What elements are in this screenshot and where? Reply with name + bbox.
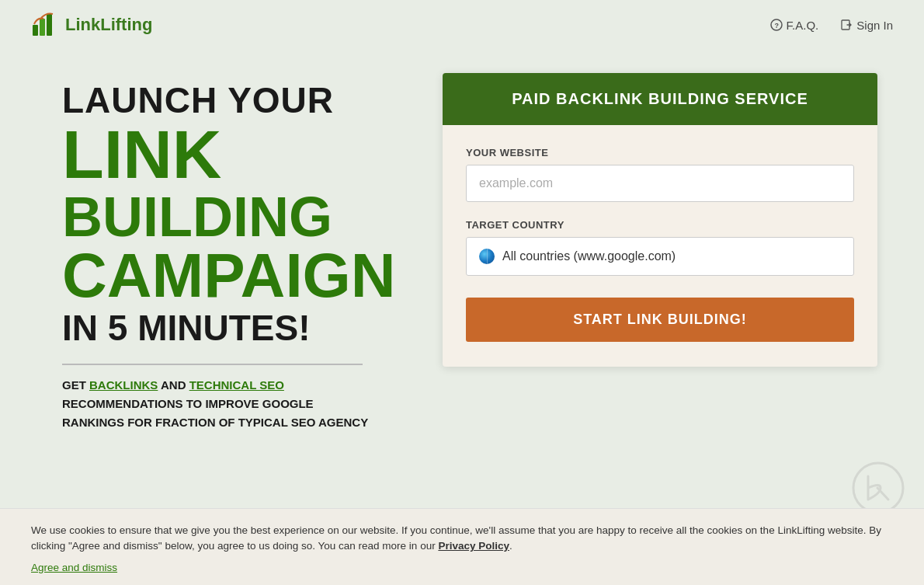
hero-line5: IN 5 MINUTES! bbox=[62, 307, 396, 350]
hero-divider bbox=[62, 364, 363, 365]
svg-rect-0 bbox=[33, 25, 38, 36]
svg-rect-2 bbox=[47, 14, 52, 36]
hero-line2: LINK bbox=[62, 120, 396, 189]
svg-text:?: ? bbox=[774, 22, 779, 30]
logo-icon bbox=[31, 11, 59, 39]
form-header: PAID BACKLINK BUILDING SERVICE bbox=[443, 73, 877, 125]
header-nav: ? F.A.Q. Sign In bbox=[770, 19, 893, 32]
hero-section: LAUNCH YOUR LINK BUILDING CAMPAIGN IN 5 … bbox=[62, 73, 396, 432]
cookie-text: We use cookies to ensure that we give yo… bbox=[31, 523, 893, 555]
country-select[interactable]: All countries (www.google.com) bbox=[466, 237, 854, 276]
backlinks-link[interactable]: BACKLINKS bbox=[89, 378, 158, 392]
website-label: YOUR WEBSITE bbox=[466, 147, 854, 158]
logo[interactable]: LinkLifting bbox=[31, 11, 152, 39]
header: LinkLifting ? F.A.Q. Sign In bbox=[0, 0, 924, 50]
start-link-building-button[interactable]: START LINK BUILDING! bbox=[466, 298, 854, 342]
question-icon: ? bbox=[770, 19, 783, 31]
form-body: YOUR WEBSITE TARGET COUNTRY All countrie… bbox=[443, 125, 877, 367]
form-card: PAID BACKLINK BUILDING SERVICE YOUR WEBS… bbox=[443, 73, 877, 367]
country-select-wrapper: All countries (www.google.com) bbox=[466, 237, 854, 276]
hero-line1: LAUNCH YOUR bbox=[62, 81, 396, 120]
logo-text: LinkLifting bbox=[65, 15, 152, 35]
signin-icon bbox=[840, 19, 853, 31]
globe-icon bbox=[479, 249, 495, 264]
privacy-policy-link[interactable]: Privacy Policy bbox=[438, 540, 509, 552]
signin-link[interactable]: Sign In bbox=[840, 19, 893, 32]
hero-line4: CAMPAIGN bbox=[62, 245, 396, 307]
technical-seo-link[interactable]: TECHNICAL SEO bbox=[189, 378, 284, 392]
svg-point-6 bbox=[853, 463, 903, 513]
cookie-banner: We use cookies to ensure that we give yo… bbox=[0, 508, 924, 586]
hero-line3: BUILDING bbox=[62, 189, 396, 245]
main-content: LAUNCH YOUR LINK BUILDING CAMPAIGN IN 5 … bbox=[0, 50, 924, 432]
country-label: TARGET COUNTRY bbox=[466, 219, 854, 231]
revain-logo-icon bbox=[851, 461, 905, 515]
cookie-dismiss-button[interactable]: Agree and dismiss bbox=[31, 562, 117, 573]
hero-sub: GET BACKLINKS AND TECHNICAL SEO RECOMMEN… bbox=[62, 376, 396, 432]
website-input[interactable] bbox=[466, 165, 854, 202]
svg-rect-1 bbox=[40, 19, 45, 36]
faq-link[interactable]: ? F.A.Q. bbox=[770, 19, 819, 32]
country-value: All countries (www.google.com) bbox=[502, 249, 676, 263]
